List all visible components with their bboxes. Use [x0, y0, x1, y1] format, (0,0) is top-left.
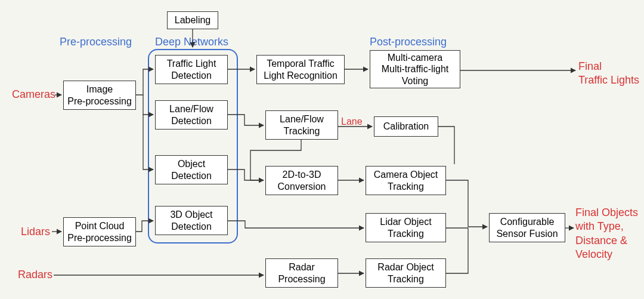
input-radars: Radars — [18, 269, 52, 281]
box-2d-to-3d: 2D-to-3D Conversion — [265, 166, 338, 195]
output-traffic-lights: Final Traffic Lights — [578, 60, 639, 88]
box-object-det: Object Detection — [155, 155, 228, 184]
box-3d-object-det: 3D Object Detection — [155, 206, 228, 235]
box-camera-obj-track: Camera Object Tracking — [366, 166, 446, 195]
output-objects: Final Objects with Type, Distance & Velo… — [575, 206, 638, 262]
box-sensor-fusion: Configurable Sensor Fusion — [489, 213, 565, 242]
box-point-cloud-preproc: Point Cloud Pre-processing — [63, 217, 136, 246]
box-multi-camera-vote: Multi-camera Multi-traffic-light Voting — [370, 50, 460, 88]
box-temporal-traffic: Temporal Traffic Light Recognition — [256, 55, 345, 84]
box-lidar-obj-track: Lidar Object Tracking — [366, 213, 446, 242]
box-radar-obj-track: Radar Object Tracking — [366, 258, 446, 288]
input-cameras: Cameras — [12, 88, 55, 101]
label-preprocessing: Pre-processing — [60, 36, 132, 48]
box-lane-flow-det: Lane/Flow Detection — [155, 100, 228, 130]
box-radar-proc: Radar Processing — [265, 258, 338, 288]
input-lidars: Lidars — [21, 226, 50, 238]
label-postprocessing: Post-processing — [370, 36, 447, 48]
box-lane-flow-track: Lane/Flow Tracking — [265, 110, 338, 140]
label-deepnetworks: Deep Networks — [155, 36, 228, 48]
box-image-preproc: Image Pre-processing — [63, 81, 136, 110]
edge-label-lane: Lane — [341, 116, 363, 127]
box-calibration: Calibration — [374, 116, 438, 137]
box-labeling: Labeling — [167, 11, 218, 29]
box-traffic-light-det: Traffic Light Detection — [155, 55, 228, 84]
